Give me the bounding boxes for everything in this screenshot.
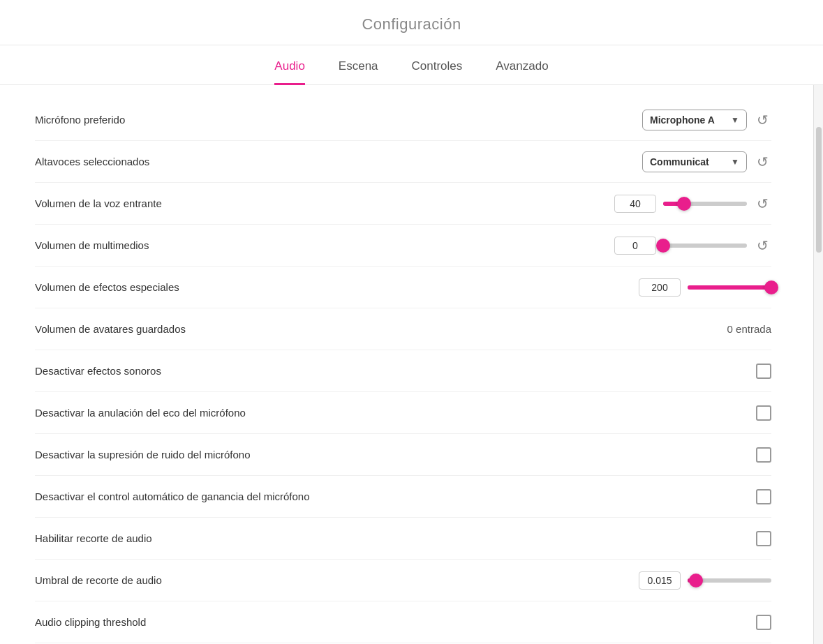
setting-row-vol-efectos: Volumen de efectos especiales [35,267,771,308]
setting-label-vol-avatares: Volumen de avatares guardados [35,323,727,335]
scrollbar[interactable] [813,85,823,644]
dropdown-arrow-icon: ▼ [731,157,739,167]
setting-label-desact-ruido: Desactivar la supresión de ruido del mic… [35,449,756,460]
checkbox-desact-ruido[interactable] [756,447,771,463]
setting-label-vol-efectos: Volumen de efectos especiales [35,281,639,293]
num-input-vol-efectos[interactable] [639,278,681,297]
reset-button-mic-preferido[interactable]: ↺ [754,112,771,128]
setting-control-desact-ganancia [756,489,771,504]
setting-control-vol-avatares: 0 entrada [727,323,771,335]
setting-control-audio-clipping [756,615,771,630]
setting-control-desact-eco [756,405,771,421]
setting-row-desact-ganancia: Desactivar el control automático de gana… [35,476,771,518]
reset-button-vol-voz[interactable]: ↺ [754,195,771,212]
scrollbar-thumb[interactable] [816,127,822,253]
setting-label-umbral-recorte: Umbral de recorte de audio [35,574,639,586]
checkbox-desact-efectos[interactable] [756,364,771,379]
setting-row-habilitar-recorte: Habilitar recorte de audio [35,518,771,560]
setting-control-vol-efectos [639,278,771,297]
setting-label-desact-eco: Desactivar la anulación del eco del micr… [35,407,756,419]
setting-row-mic-preferido: Micrófono preferidoMicrophone A▼↺ [35,99,771,141]
slider-vol-multimedia[interactable] [663,244,747,248]
slider-thumb-vol-voz[interactable] [677,197,691,211]
setting-row-desact-efectos: Desactivar efectos sonoros [35,350,771,392]
setting-label-vol-voz: Volumen de la voz entrante [35,197,614,209]
setting-control-desact-ruido [756,447,771,463]
setting-row-desact-eco: Desactivar la anulación del eco del micr… [35,392,771,434]
slider-thumb-vol-efectos[interactable] [764,280,778,294]
setting-label-desact-efectos: Desactivar efectos sonoros [35,365,756,377]
tab-controles[interactable]: Controles [412,59,463,85]
setting-label-vol-multimedia: Volumen de multimedios [35,239,614,251]
setting-row-vol-avatares: Volumen de avatares guardados0 entrada [35,308,771,350]
tab-escena[interactable]: Escena [339,59,378,85]
setting-row-desact-ruido: Desactivar la supresión de ruido del mic… [35,434,771,476]
setting-label-audio-clipping: Audio clipping threshold [35,616,756,628]
setting-control-umbral-recorte [639,571,771,590]
setting-control-habilitar-recorte [756,531,771,546]
slider-thumb-vol-multimedia[interactable] [656,239,670,253]
slider-vol-voz[interactable] [663,202,747,206]
setting-control-desact-efectos [756,364,771,379]
setting-control-vol-voz: ↺ [614,195,771,213]
settings-panel: Micrófono preferidoMicrophone A▼↺Altavoc… [0,85,813,644]
checkbox-desact-eco[interactable] [756,405,771,421]
setting-control-altavoces: Communicat▼↺ [642,151,771,172]
setting-control-vol-multimedia: ↺ [614,237,771,255]
slider-vol-efectos[interactable] [688,285,771,290]
num-input-umbral-recorte[interactable] [639,571,681,590]
setting-label-desact-ganancia: Desactivar el control automático de gana… [35,491,756,502]
reset-button-vol-multimedia[interactable]: ↺ [754,237,771,254]
setting-row-audio-clipping: Audio clipping threshold [35,601,771,643]
dropdown-arrow-icon: ▼ [731,115,739,125]
reset-button-altavoces[interactable]: ↺ [754,153,771,170]
setting-label-habilitar-recorte: Habilitar recorte de audio [35,532,756,544]
static-value-vol-avatares: 0 entrada [727,323,771,335]
tab-audio[interactable]: Audio [274,59,304,85]
tab-avanzado[interactable]: Avanzado [496,59,548,85]
page-title: Configuración [0,15,823,33]
setting-control-mic-preferido: Microphone A▼↺ [642,110,771,130]
tabs-bar: AudioEscenaControlesAvanzado [0,45,823,85]
slider-thumb-umbral-recorte[interactable] [689,574,703,587]
checkbox-audio-clipping[interactable] [756,615,771,630]
num-input-vol-multimedia[interactable] [614,237,656,255]
setting-row-altavoces: Altavoces seleccionadosCommunicat▼↺ [35,141,771,183]
checkbox-habilitar-recorte[interactable] [756,531,771,546]
setting-row-umbral-recorte: Umbral de recorte de audio [35,560,771,601]
dropdown-mic-preferido[interactable]: Microphone A▼ [642,110,747,130]
setting-label-altavoces: Altavoces seleccionados [35,156,642,167]
setting-label-mic-preferido: Micrófono preferido [35,114,642,126]
checkbox-desact-ganancia[interactable] [756,489,771,504]
num-input-vol-voz[interactable] [614,195,656,213]
setting-row-vol-multimedia: Volumen de multimedios↺ [35,225,771,267]
dropdown-altavoces[interactable]: Communicat▼ [642,151,747,172]
slider-umbral-recorte[interactable] [688,578,771,583]
setting-row-vol-voz: Volumen de la voz entrante↺ [35,183,771,225]
